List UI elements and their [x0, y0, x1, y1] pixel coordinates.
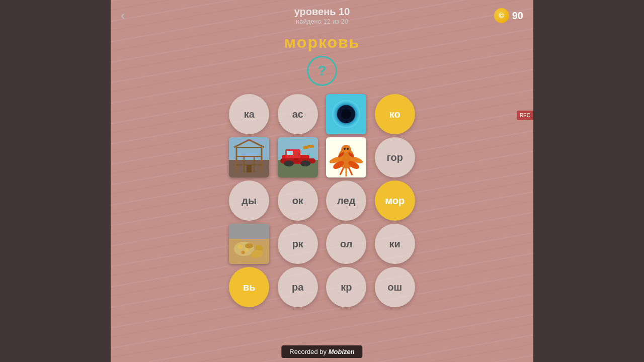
coins-area: © 90 — [494, 8, 523, 23]
syllable-btn-ок[interactable]: ок — [278, 180, 318, 221]
grid-area: каас ко — [211, 94, 433, 307]
svg-point-43 — [238, 245, 242, 249]
syllable-btn-кр[interactable]: кр — [326, 267, 366, 307]
rec-badge: REC — [517, 111, 533, 120]
game-container: ‹ уровень 10 найдено 12 из 20 © 90 морко… — [111, 0, 533, 362]
syllable-btn-ко[interactable]: ко — [375, 94, 415, 134]
game-content: ‹ уровень 10 найдено 12 из 20 © 90 морко… — [111, 0, 533, 362]
target-word: морковь — [284, 33, 360, 52]
syllable-btn-вь[interactable]: вь — [229, 267, 269, 307]
question-circle[interactable]: ? — [307, 56, 337, 86]
syllable-btn-лед[interactable]: лед — [326, 180, 366, 221]
image-tile-bird[interactable] — [326, 137, 366, 177]
grid-cell-1-0 — [226, 137, 272, 177]
image-tile-food[interactable] — [229, 224, 269, 264]
grid-cell-0-0: ка — [226, 94, 272, 134]
syllable-btn-гор[interactable]: гор — [375, 137, 415, 177]
grid-cell-2-3: мор — [372, 180, 418, 221]
syllable-btn-ды[interactable]: ды — [229, 180, 269, 221]
grid-cell-3-0 — [226, 224, 272, 264]
level-info: уровень 10 найдено 12 из 20 — [294, 6, 350, 25]
svg-point-33 — [344, 148, 346, 150]
brand-label: Mobizen — [329, 348, 355, 355]
right-panel — [533, 0, 644, 362]
coin-count: 90 — [512, 10, 523, 22]
grid-cell-2-0: ды — [226, 180, 272, 221]
grid-cell-3-3: ки — [372, 224, 418, 264]
syllable-btn-ол[interactable]: ол — [326, 224, 366, 264]
grid-cell-4-3: ош — [372, 267, 418, 307]
syllable-btn-ас[interactable]: ас — [278, 94, 318, 134]
footer-bar: Recorded by Mobizen — [281, 345, 362, 358]
grid-cell-1-1 — [275, 137, 321, 177]
grid-cell-0-1: ас — [275, 94, 321, 134]
svg-point-45 — [242, 251, 245, 254]
header: ‹ уровень 10 найдено 12 из 20 © 90 — [111, 0, 533, 31]
grid-cell-0-3: ко — [372, 94, 418, 134]
recorded-label: Recorded by — [289, 348, 327, 355]
syllable-btn-ош[interactable]: ош — [375, 267, 415, 307]
svg-point-3 — [341, 109, 351, 119]
svg-point-46 — [245, 243, 253, 248]
back-button[interactable]: ‹ — [121, 9, 125, 23]
found-label: найдено 12 из 20 — [294, 18, 350, 25]
coin-icon: © — [494, 8, 509, 23]
syllable-btn-мор[interactable]: мор — [375, 180, 415, 221]
svg-point-34 — [347, 148, 349, 150]
left-panel — [0, 0, 111, 362]
grid-cell-4-1: ра — [275, 267, 321, 307]
grid-cell-4-0: вь — [226, 267, 272, 307]
grid-cell-2-1: ок — [275, 180, 321, 221]
syllable-btn-ки[interactable]: ки — [375, 224, 415, 264]
image-tile-ocean[interactable] — [326, 94, 366, 134]
grid-cell-1-2 — [324, 137, 369, 177]
syllable-btn-ка[interactable]: ка — [229, 94, 269, 134]
grid-cell-3-2: ол — [324, 224, 369, 264]
svg-point-44 — [245, 248, 248, 251]
grid-cell-0-2 — [324, 94, 369, 134]
svg-point-24 — [300, 160, 310, 166]
grid-cell-1-3: гор — [372, 137, 418, 177]
grid-cell-2-2: лед — [324, 180, 369, 221]
syllable-btn-рк[interactable]: рк — [278, 224, 318, 264]
question-mark: ? — [317, 63, 326, 79]
svg-point-23 — [284, 160, 294, 166]
level-title: уровень 10 — [294, 6, 350, 18]
svg-rect-21 — [287, 151, 293, 155]
image-tile-construction[interactable] — [229, 137, 269, 177]
syllable-btn-ра[interactable]: ра — [278, 267, 318, 307]
image-tile-vehicle[interactable] — [278, 137, 318, 177]
grid-cell-3-1: рк — [275, 224, 321, 264]
svg-rect-15 — [247, 165, 252, 172]
grid-cell-4-2: кр — [324, 267, 369, 307]
